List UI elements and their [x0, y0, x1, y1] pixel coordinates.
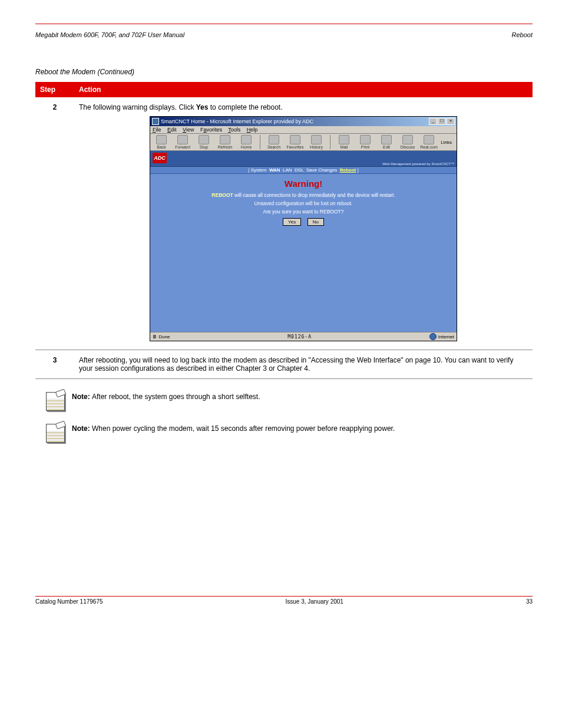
menu-edit[interactable]: Edit	[167, 127, 177, 133]
note-1: Note: After reboot, the system goes thro…	[46, 392, 505, 411]
procedure-table: Step Action 2 The following warning disp…	[35, 82, 533, 379]
step-2-cell: The following warning displays. Click Ye…	[74, 97, 533, 350]
real-icon	[424, 135, 434, 144]
menu-favorites[interactable]: Favorites	[200, 127, 222, 133]
tb-stop[interactable]: Stop	[195, 135, 213, 149]
tb-real[interactable]: Real.com	[420, 135, 438, 149]
nav-save[interactable]: Save Changes	[306, 167, 337, 173]
warn-line-1-bold: REBOOT	[211, 192, 233, 198]
nav-dsl[interactable]: DSL	[295, 167, 303, 173]
step-2-num: 2	[35, 97, 74, 350]
col-action: Action	[74, 82, 533, 97]
forward-icon	[177, 135, 188, 144]
warn-line-2: Unsaved configuration will be lost on re…	[150, 200, 457, 206]
note-2-text: When power cycling the modem, wait 15 se…	[92, 424, 395, 433]
warning-heading: Warning!	[150, 179, 457, 189]
links-label[interactable]: Links	[441, 140, 454, 145]
tb-search[interactable]: Search	[265, 135, 283, 149]
tb-refresh[interactable]: Refresh	[216, 135, 234, 149]
tb-mail[interactable]: Mail	[335, 135, 353, 149]
maximize-button[interactable]: □	[438, 118, 446, 125]
note-icon	[46, 392, 65, 411]
tb-favorites[interactable]: Favorites	[286, 135, 304, 149]
header-right: Reboot	[512, 31, 533, 38]
print-icon	[360, 135, 371, 144]
tb-back[interactable]: Back	[153, 135, 170, 149]
step-2-text-after: to complete the reboot.	[208, 103, 282, 111]
menu-help[interactable]: Help	[247, 127, 258, 133]
history-icon	[311, 135, 322, 144]
stop-icon	[199, 135, 209, 144]
col-step: Step	[35, 82, 74, 97]
home-icon	[241, 135, 252, 144]
internet-icon	[429, 333, 437, 340]
window-titlebar: SmartCNCT Home - Microsoft Internet Expl…	[150, 117, 457, 126]
menubar[interactable]: File Edit View Favorites Tools Help	[150, 126, 457, 134]
note-icon	[46, 424, 65, 443]
mail-icon	[339, 135, 349, 144]
procedure-title: Reboot the Modem (Continued)	[35, 68, 533, 76]
nav-system[interactable]: System	[251, 167, 267, 173]
step-3-text: After rebooting, you will need to log ba…	[74, 350, 533, 379]
tb-discuss[interactable]: Discuss	[399, 135, 416, 149]
menu-tools[interactable]: Tools	[228, 127, 240, 133]
warn-line-1: REBOOT will cause all connections to dro…	[150, 192, 457, 198]
step-2-text-before: The following warning displays. Click	[79, 103, 196, 111]
footer-center: Issue 3, January 2001	[286, 598, 343, 605]
menu-view[interactable]: View	[183, 127, 194, 133]
tb-home[interactable]: Home	[237, 135, 255, 149]
adc-logo: ADC	[153, 153, 167, 163]
back-icon	[156, 135, 167, 144]
embedded-screenshot: SmartCNCT Home - Microsoft Internet Expl…	[150, 116, 457, 341]
page-footer: Catalog Number 1179675 Issue 3, January …	[35, 597, 533, 605]
brand-caption: Web Management powered by SmartCNCT™	[382, 162, 454, 166]
brand-strip: ADC Web Management powered by SmartCNCT™	[150, 151, 457, 167]
tb-edit[interactable]: Edit	[378, 135, 395, 149]
nav-band: [ System WAN LAN DSL Save Changes Reboot…	[150, 167, 457, 174]
footer-left: Catalog Number 1179675	[35, 598, 103, 605]
discuss-icon	[402, 135, 413, 144]
minimize-button[interactable]: _	[429, 118, 437, 125]
tb-print[interactable]: Print	[356, 135, 374, 149]
step-2-bold: Yes	[196, 103, 209, 111]
note-2: Note: When power cycling the modem, wait…	[46, 424, 505, 443]
close-button[interactable]: ×	[447, 118, 455, 125]
warn-line-3: Are you sure you want to REBOOT?	[150, 209, 457, 215]
search-icon	[269, 135, 279, 144]
page-body: Warning! REBOOT will cause all connectio…	[150, 174, 457, 332]
header-left: Megabit Modem 600F, 700F, and 702F User …	[35, 31, 184, 38]
warn-line-1-rest: will cause all connections to drop immed…	[233, 192, 395, 198]
tb-forward[interactable]: Forward	[174, 135, 191, 149]
footer-right: 33	[526, 598, 533, 605]
note-1-text: After reboot, the system goes through a …	[92, 393, 260, 401]
menu-file[interactable]: File	[153, 127, 161, 133]
status-bar: 🗎 Done M0126-A Internet	[150, 332, 457, 341]
edit-icon	[381, 135, 392, 144]
tb-history[interactable]: History	[308, 135, 325, 149]
nav-lan[interactable]: LAN	[283, 167, 292, 173]
toolbar: Back Forward Stop Refresh Home Search Fa…	[150, 134, 457, 151]
note-1-label: Note:	[72, 393, 92, 401]
nav-reboot[interactable]: Reboot	[340, 167, 356, 173]
refresh-icon	[220, 135, 230, 144]
note-2-label: Note:	[72, 424, 92, 433]
status-done: 🗎 Done	[153, 334, 170, 340]
nav-wan[interactable]: WAN	[269, 167, 280, 173]
window-title: SmartCNCT Home - Microsoft Internet Expl…	[161, 118, 313, 124]
favorites-icon	[290, 135, 300, 144]
yes-button[interactable]: Yes	[283, 218, 301, 226]
status-center: M0126-A	[170, 334, 429, 340]
no-button[interactable]: No	[308, 218, 324, 226]
step-3-num: 3	[35, 350, 74, 379]
ie-icon	[152, 118, 159, 125]
status-zone: Internet	[429, 333, 454, 340]
